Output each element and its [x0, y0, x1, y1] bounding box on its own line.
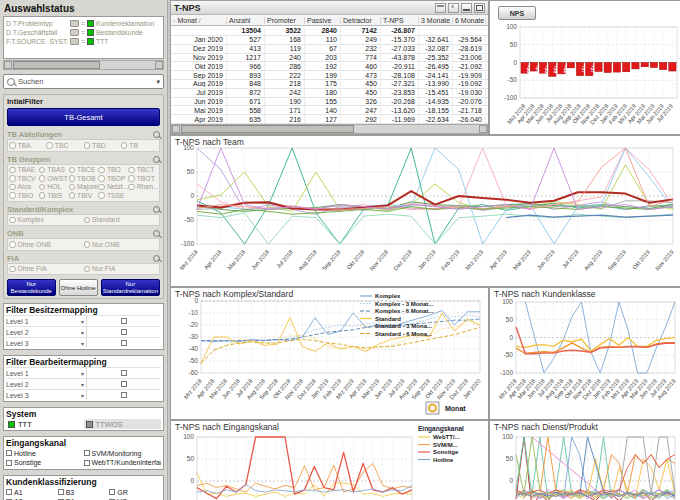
selection-row[interactable]: D.T.Problemtyp=Kundenreklamation — [6, 19, 161, 28]
tnps-dienst-produkt-chart[interactable]: Mrz 2018Apr 2018Mai 2018Jun 2018Jul 2018… — [490, 421, 680, 500]
level-dropdown-level-2[interactable]: Level 2▾ — [6, 379, 87, 389]
selections-scrollbar[interactable] — [3, 60, 164, 70]
checkbox-icon[interactable] — [121, 340, 127, 346]
checkbox-icon[interactable] — [121, 329, 127, 335]
tnps-eingangskanal-chart[interactable]: Mrz 2018Apr 2018Mai 2018Jun 2018Jul 2018… — [171, 421, 488, 500]
filter-option-tbis[interactable]: TBIS — [39, 191, 69, 200]
filter-option-hotline[interactable]: Hotline — [6, 449, 84, 458]
table-row[interactable]: Jul 2019872242180450-23.853-15.451-19.03… — [171, 89, 488, 98]
search-icon[interactable] — [153, 156, 160, 163]
filter-option-tbce[interactable]: TBCE — [69, 166, 99, 175]
column-header-monat[interactable]: Monat — [171, 17, 227, 24]
nur-bestandskunde-button[interactable]: Nur Bestandskunde — [7, 279, 56, 296]
table-row[interactable]: Dez 201941311967232-27.033-32.087-28.619 — [171, 45, 488, 54]
search-icon[interactable] — [153, 255, 160, 262]
print-icon[interactable] — [435, 3, 446, 13]
checkbox-icon[interactable] — [121, 318, 127, 324]
filter-option-sonstige[interactable]: Sonstige — [6, 459, 84, 468]
filter-option-tbas[interactable]: TBAS — [39, 166, 69, 175]
filter-option-tba[interactable]: TBA — [9, 141, 46, 150]
nur-standardreklamation-button[interactable]: Nur Standardreklamation — [101, 279, 160, 296]
export-excel-icon[interactable] — [448, 3, 459, 13]
tnps-team-chart[interactable]: Mrz 2018Apr 2018Mai 2018Jun 2018Jul 2018… — [171, 136, 680, 286]
filter-option-tbct[interactable]: TBCT — [128, 166, 158, 175]
table-row[interactable]: Jun 2019671190155326-20.268-14.935-20.07… — [171, 98, 488, 107]
level-dropdown-level-1[interactable]: Level 1▾ — [6, 368, 87, 378]
filter-option-b3[interactable]: B3 — [58, 488, 110, 497]
filter-option-rhen[interactable]: Rhen... — [128, 183, 158, 192]
filter-option-tsse[interactable]: TSSE — [98, 191, 128, 200]
filter-option-netzt[interactable]: Netzt... — [98, 183, 128, 192]
clear-selection-icon[interactable] — [70, 38, 79, 45]
level-dropdown-level-1[interactable]: Level 1▾ — [6, 316, 87, 326]
filter-option-tbcv[interactable]: TBCV — [9, 174, 39, 183]
tb-gesamt-button[interactable]: TB-Gesamt — [7, 108, 160, 126]
table-row[interactable]: Sep 2019893222199473-28.108-24.141-19.90… — [171, 71, 488, 80]
clear-selection-icon[interactable] — [70, 29, 79, 36]
filter-option-owst[interactable]: OWST — [39, 174, 69, 183]
table-scrollbar[interactable] — [171, 124, 488, 134]
filter-option-nur-fia[interactable]: Nur FIA — [84, 265, 159, 274]
filter-option-tbo[interactable]: TBO — [98, 166, 128, 175]
search-icon[interactable] — [153, 131, 160, 138]
filter-option-tbob[interactable]: TBOB — [69, 174, 99, 183]
ohne-hotline-button[interactable]: Ohne Hotline — [59, 279, 98, 296]
column-header-3-monate[interactable]: 3 Monate Ø — [419, 17, 453, 24]
system-option-ttt[interactable]: TTT — [6, 419, 84, 429]
filter-option-tbc[interactable]: TBC — [46, 141, 83, 150]
filter-option-tbiv[interactable]: TBIV — [69, 191, 99, 200]
nps-button[interactable]: NPS — [498, 6, 536, 20]
filter-option-majorel[interactable]: Majorel — [69, 183, 99, 192]
filter-option-tbd[interactable]: TBD — [84, 141, 121, 150]
filter-option-atos[interactable]: Atos — [9, 183, 39, 192]
scrollbar-thumb[interactable] — [181, 125, 354, 133]
tnps-komplex-standard-chart[interactable]: Mrz 2018Apr 2018Mai 2018Jun 2018Jul 2018… — [171, 288, 488, 419]
search-box[interactable]: Suchen ▾ — [3, 74, 164, 89]
nps-bar-chart[interactable]: Mrz 2018Apr 2018Mai 2018Jun 2018Jul 2018… — [490, 1, 680, 134]
filter-option-komplex[interactable]: Komplex — [9, 216, 84, 225]
level-dropdown-level-3[interactable]: Level 3▾ — [6, 390, 87, 400]
column-header-6-monate[interactable]: 6 Monate Ø — [453, 17, 486, 24]
filter-option-standard[interactable]: Standard — [84, 216, 159, 225]
filter-option-tb[interactable]: TB — [121, 141, 158, 150]
checkbox-icon[interactable] — [121, 381, 127, 387]
table-row[interactable]: Apr 2019635216127292-11.969-22.634-26.04… — [171, 115, 488, 124]
filter-option-webtt-kundeninterface[interactable]: WebTT/Kundeninterface — [84, 459, 162, 468]
clear-selection-icon[interactable] — [70, 20, 79, 27]
table-row[interactable]: Okt 2019966286192460-20.911-26.495-21.09… — [171, 62, 488, 71]
table-row[interactable]: Nov 20191217240203774-43.878-25.352-23.0… — [171, 54, 488, 63]
filter-option-nur-onb[interactable]: Nur ONB — [84, 240, 159, 249]
search-icon[interactable] — [153, 230, 160, 237]
filter-option-tbop[interactable]: TBOP — [98, 174, 128, 183]
table-row[interactable]: Aug 2019848218175450-27.321-13.990-19.09… — [171, 80, 488, 89]
filter-option-hol[interactable]: HOL — [39, 183, 69, 192]
column-header-promoter[interactable]: Promoter — [265, 17, 305, 24]
filter-option-tbio[interactable]: TBIO — [9, 191, 39, 200]
column-header-passive[interactable]: Passive — [305, 17, 341, 24]
column-header-detractor[interactable]: Detractor — [341, 17, 381, 24]
selection-row[interactable]: F.T.SOURCE_SYSTEM=TTT — [6, 37, 161, 46]
search-icon[interactable] — [153, 206, 160, 213]
search-dropdown-icon[interactable]: ▾ — [156, 78, 160, 86]
scrollbar-thumb[interactable] — [13, 61, 100, 69]
filter-option-ohne-fia[interactable]: Ohne FIA — [9, 265, 84, 274]
filter-option-svm-monitoring[interactable]: SVM/Monitoring — [84, 449, 162, 458]
table-header-row[interactable]: MonatAnzahlPromoterPassiveDetractorT-NPS… — [171, 15, 488, 26]
column-header-anzahl[interactable]: Anzahl — [227, 17, 265, 24]
filter-option-tbot[interactable]: TBOT — [128, 174, 158, 183]
table-row[interactable]: Mai 2019558171140247-13.620-18.155-21.71… — [171, 106, 488, 115]
checkbox-icon[interactable] — [121, 370, 127, 376]
selection-row[interactable]: D.T.Geschäftsfall=Bestandskunde — [6, 28, 161, 37]
level-dropdown-level-3[interactable]: Level 3▾ — [6, 338, 87, 348]
table-row[interactable]: Jan 2020527168110249-15.370-32.641-29.56… — [171, 36, 488, 45]
maximize-icon[interactable] — [474, 3, 485, 13]
tnps-kundenklasse-chart[interactable]: Mrz 2018Apr 2018Mai 2018Jun 2018Jul 2018… — [490, 288, 680, 419]
level-dropdown-level-2[interactable]: Level 2▾ — [6, 327, 87, 337]
minimize-icon[interactable] — [461, 3, 472, 13]
system-option-ttwos[interactable]: TTWOS — [84, 419, 162, 429]
filter-option-gr[interactable]: GR — [109, 488, 161, 497]
checkbox-icon[interactable] — [121, 392, 127, 398]
filter-option-ohne-onb[interactable]: Ohne ONB — [9, 240, 84, 249]
column-header-t-nps[interactable]: T-NPS — [381, 17, 419, 24]
filter-option-a1[interactable]: A1 — [6, 488, 58, 497]
